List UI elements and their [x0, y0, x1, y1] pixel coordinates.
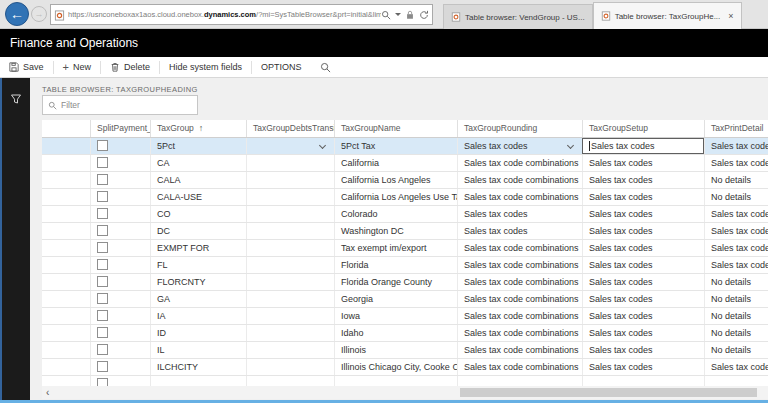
grid-row[interactable]: CACaliforniaSales tax code combinationsS… [42, 155, 768, 172]
taxgroupname-cell[interactable]: California Los Angeles [334, 172, 457, 188]
taxgroup-cell[interactable]: FL [150, 257, 246, 273]
taxgroup-cell[interactable]: CO [150, 206, 246, 222]
printdetail-cell[interactable]: No details [704, 291, 768, 307]
row-selector-cell[interactable] [42, 291, 90, 307]
taxgroup-cell[interactable]: IA [150, 308, 246, 324]
column-header-SplitPayment_IT[interactable]: SplitPayment_IT [90, 120, 150, 137]
taxgroupname-cell[interactable]: California [334, 155, 457, 171]
rounding-cell[interactable]: Sales tax code combinations [457, 274, 582, 290]
taxgroup-cell[interactable]: 5Pct [150, 138, 246, 154]
taxgroup-cell[interactable]: DC [150, 223, 246, 239]
printdetail-cell[interactable]: No details [704, 342, 768, 358]
taxgroup-cell[interactable]: IL [150, 342, 246, 358]
splitpayment-cell[interactable] [90, 376, 150, 386]
printdetail-cell[interactable]: Sales tax codes [704, 359, 768, 375]
debtstransit-cell[interactable] [246, 155, 334, 171]
splitpayment-cell[interactable] [90, 223, 150, 239]
row-selector-cell[interactable] [42, 206, 90, 222]
setup-cell[interactable]: Sales tax codes [582, 172, 704, 188]
row-selector-cell[interactable] [42, 274, 90, 290]
printdetail-cell[interactable]: Sales tax codes [704, 223, 768, 239]
splitpayment-checkbox[interactable] [97, 140, 108, 151]
security-lock-icon[interactable] [405, 6, 415, 24]
splitpayment-checkbox[interactable] [97, 259, 108, 270]
printdetail-cell[interactable]: No details [704, 308, 768, 324]
debtstransit-cell[interactable] [246, 359, 334, 375]
taxgroupname-cell[interactable]: Florida [334, 257, 457, 273]
splitpayment-cell[interactable] [90, 342, 150, 358]
taxgroup-cell[interactable]: ILCHCITY [150, 359, 246, 375]
debtstransit-cell[interactable] [246, 308, 334, 324]
splitpayment-cell[interactable] [90, 206, 150, 222]
debtstransit-cell[interactable] [246, 240, 334, 256]
taxgroupname-cell[interactable]: California Los Angeles Use Tax [334, 189, 457, 205]
taxgroupname-cell[interactable]: Idaho [334, 325, 457, 341]
taxgroup-cell[interactable]: CALA-USE [150, 189, 246, 205]
column-header-TaxGroupSetup[interactable]: TaxGroupSetup [582, 120, 704, 137]
debtstransit-cell[interactable] [246, 291, 334, 307]
rounding-cell[interactable]: Sales tax code combinations [457, 308, 582, 324]
save-button[interactable]: Save [0, 60, 53, 75]
splitpayment-checkbox[interactable] [97, 378, 108, 386]
rounding-cell[interactable]: Sales tax code combinations [457, 291, 582, 307]
column-header-TaxGroupName[interactable]: TaxGroupName [334, 120, 457, 137]
setup-cell[interactable]: Sales tax codes [582, 291, 704, 307]
debtstransit-cell[interactable] [246, 342, 334, 358]
printdetail-cell[interactable]: No details [704, 325, 768, 341]
splitpayment-cell[interactable] [90, 274, 150, 290]
taxgroupname-cell[interactable]: Tax exempt im/export [334, 240, 457, 256]
rounding-cell[interactable]: Sales tax code combinations [457, 189, 582, 205]
splitpayment-checkbox[interactable] [97, 310, 108, 321]
row-selector-cell[interactable] [42, 257, 90, 273]
printdetail-cell[interactable]: Sales tax codes [704, 155, 768, 171]
row-selector-cell[interactable] [42, 138, 90, 154]
empty-cell[interactable] [246, 376, 334, 386]
splitpayment-cell[interactable] [90, 308, 150, 324]
scroll-left-icon[interactable]: ‹ [46, 386, 49, 399]
splitpayment-cell[interactable] [90, 257, 150, 273]
taxgroupname-cell[interactable]: Iowa [334, 308, 457, 324]
setup-cell[interactable]: Sales tax codes [582, 206, 704, 222]
empty-cell[interactable] [334, 376, 457, 386]
printdetail-cell[interactable]: No details [704, 172, 768, 188]
empty-cell[interactable] [704, 376, 768, 386]
address-bar[interactable]: https://usnconeboxax1aos.cloud.onebox.dy… [50, 4, 433, 25]
setup-cell[interactable]: Sales tax codes [582, 325, 704, 341]
setup-cell[interactable]: Sales tax codes [582, 342, 704, 358]
debtstransit-cell[interactable] [246, 206, 334, 222]
chevron-down-icon[interactable] [567, 142, 574, 149]
row-selector-cell[interactable] [42, 155, 90, 171]
splitpayment-checkbox[interactable] [97, 276, 108, 287]
tab-close-icon[interactable]: × [728, 11, 733, 21]
setup-cell[interactable]: Sales tax codes [582, 274, 704, 290]
setup-cell[interactable]: Sales tax codes [582, 257, 704, 273]
row-selector-cell[interactable] [42, 223, 90, 239]
printdetail-cell[interactable]: Sales tax codes [704, 240, 768, 256]
splitpayment-checkbox[interactable] [97, 293, 108, 304]
grid-row[interactable]: COColoradoSales tax codesSales tax codes… [42, 206, 768, 223]
grid-row[interactable]: IAIowaSales tax code combinationsSales t… [42, 308, 768, 325]
setup-cell[interactable]: Sales tax codes [582, 359, 704, 375]
taxgroup-cell[interactable]: EXMPT FOR [150, 240, 246, 256]
row-selector-cell[interactable] [42, 359, 90, 375]
row-selector-cell[interactable] [42, 172, 90, 188]
column-header-TaxPrintDetail[interactable]: TaxPrintDetail [704, 120, 768, 137]
row-selector-cell[interactable] [42, 189, 90, 205]
browser-back-button[interactable]: ← [5, 2, 29, 26]
debtstransit-cell[interactable] [246, 257, 334, 273]
splitpayment-checkbox[interactable] [97, 157, 108, 168]
splitpayment-cell[interactable] [90, 138, 150, 154]
column-header-TaxGroup[interactable]: TaxGroup↑ [150, 120, 246, 137]
setup-cell[interactable]: Sales tax codes [582, 189, 704, 205]
splitpayment-cell[interactable] [90, 291, 150, 307]
splitpayment-cell[interactable] [90, 325, 150, 341]
debtstransit-cell[interactable] [246, 189, 334, 205]
taxgroup-cell[interactable]: ID [150, 325, 246, 341]
row-selector-cell[interactable] [42, 308, 90, 324]
filter-input[interactable] [61, 100, 181, 110]
debtstransit-cell[interactable] [246, 274, 334, 290]
printdetail-cell[interactable]: Sales tax codes [704, 257, 768, 273]
debtstransit-cell[interactable] [246, 223, 334, 239]
address-dropdown-icon[interactable] [395, 13, 401, 16]
taxgroupname-cell[interactable]: Washington DC [334, 223, 457, 239]
